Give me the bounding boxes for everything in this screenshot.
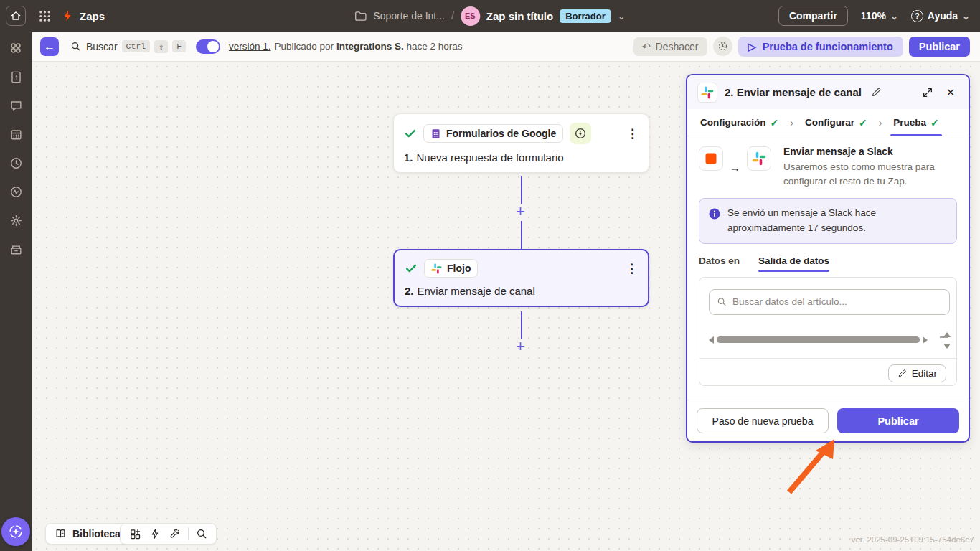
undo-button[interactable]: ↶ Deshacer	[633, 37, 707, 56]
grid-plus-icon	[129, 528, 141, 540]
avatar[interactable]: ES	[461, 6, 480, 26]
close-icon: ✕	[946, 86, 956, 99]
app-switcher-button[interactable]	[39, 10, 51, 22]
zap-title[interactable]: Zap sin título	[486, 10, 553, 22]
undo-label: Deshacer	[656, 41, 699, 52]
publish-button-toolbar[interactable]: Publicar	[909, 37, 970, 57]
library-button[interactable]: Biblioteca	[45, 523, 130, 545]
drawers-icon	[9, 242, 23, 256]
chevron-right-icon: ›	[879, 117, 882, 128]
sidebar-item-monitoring[interactable]	[8, 184, 24, 199]
zoom-level-control[interactable]: 110% ⌄	[861, 10, 898, 22]
tab-salida-de-datos[interactable]: Salida de datos	[758, 255, 829, 272]
app-name: Flojo	[447, 263, 471, 274]
published-text: Publicado por Integrations S. hace 2 hor…	[275, 41, 463, 52]
add-node-button[interactable]	[125, 524, 145, 544]
rename-step-button[interactable]	[869, 85, 885, 100]
breadcrumb-folder[interactable]: Soporte de Int...	[373, 10, 445, 22]
play-icon: ▷	[748, 41, 756, 52]
retest-step-button[interactable]: Paso de nueva prueba	[697, 408, 829, 433]
app-name: Formularios de Google	[446, 128, 556, 139]
scrollbar-thumb[interactable]	[717, 336, 920, 343]
chevron-down-icon: ⌄	[962, 11, 970, 22]
wrench-icon	[169, 528, 181, 540]
back-button[interactable]: ←	[40, 37, 59, 56]
vertical-scrollbar[interactable]	[943, 332, 951, 349]
data-search-input[interactable]	[732, 296, 942, 307]
tab-datos-en[interactable]: Datos en	[699, 255, 740, 272]
connector-line	[521, 221, 522, 249]
share-button[interactable]: Compartir	[778, 6, 848, 26]
pencil-icon	[897, 369, 907, 378]
edit-button[interactable]: Editar	[888, 364, 946, 382]
panel-header: 2. Enviar mensaje de canal ✕	[687, 75, 969, 109]
app-pill-slack[interactable]: Flojo	[424, 259, 478, 278]
version-toggle[interactable]	[196, 39, 220, 54]
home-button[interactable]	[6, 6, 26, 26]
timer-icon	[717, 41, 728, 52]
sidebar-item-zaps[interactable]	[8, 40, 24, 56]
sidebar-item-settings[interactable]	[8, 212, 24, 228]
search-icon	[70, 41, 81, 52]
canvas-search-button[interactable]	[192, 524, 212, 544]
slack-icon	[431, 263, 442, 274]
kebab-menu-icon[interactable]: ⋮	[626, 263, 638, 275]
help-menu[interactable]: ? Ayuda ⌄	[911, 10, 970, 22]
canvas-search[interactable]: Buscar	[70, 41, 118, 52]
publish-button-panel[interactable]: Publicar	[837, 408, 959, 433]
tab-prueba[interactable]: Prueba ✓	[890, 109, 942, 136]
version-link[interactable]: versión 1.	[229, 41, 271, 52]
tab-configuracion[interactable]: Configuración ✓	[697, 109, 781, 136]
panel-step-tabs: Configuración ✓ › Configurar ✓ › Prueba …	[687, 109, 969, 136]
table-icon	[9, 128, 23, 141]
connector-line	[521, 311, 522, 339]
published-ago: hace 2 horas	[406, 41, 462, 52]
step-card-1[interactable]: Formularios de Google ⋮ 1.Nueva respuest…	[393, 113, 649, 173]
step-card-2[interactable]: Flojo ⋮ 2.Enviar mensaje de canal	[393, 249, 649, 307]
scroll-up-icon[interactable]	[943, 332, 951, 337]
sidebar-item-history[interactable]	[8, 155, 24, 171]
lightning-bolt-icon	[61, 9, 74, 22]
scroll-right-icon[interactable]	[923, 336, 928, 344]
chevron-down-icon[interactable]: ⌄	[618, 11, 626, 22]
key-f: F	[172, 40, 186, 52]
check-icon: ✓	[859, 117, 867, 128]
test-run-button[interactable]: ▷ Prueba de funcionamiento	[738, 37, 903, 57]
chat-bubble-icon	[9, 99, 23, 113]
copilot-button[interactable]	[1, 517, 30, 546]
tab-configurar[interactable]: Configurar ✓	[802, 109, 870, 136]
zapier-app-icon-box	[699, 146, 723, 171]
zaps-logo[interactable]: Zaps	[61, 9, 105, 22]
connector-line	[521, 176, 522, 204]
instant-trigger-button[interactable]	[570, 123, 591, 144]
horizontal-scrollbar[interactable]	[709, 336, 928, 344]
search-label: Buscar	[86, 41, 118, 52]
expand-panel-button[interactable]	[920, 85, 936, 100]
key-ctrl: Ctrl	[122, 40, 151, 52]
instant-bolt-icon	[574, 127, 587, 140]
app-pill-google-forms[interactable]: Formularios de Google	[423, 124, 563, 143]
scroll-left-icon[interactable]	[709, 336, 714, 344]
step-title: 1.Nueva respuesta de formulario	[404, 151, 639, 164]
sidebar-item-interfaces[interactable]	[8, 98, 24, 113]
breadcrumb-separator: /	[451, 10, 454, 22]
kebab-menu-icon[interactable]: ⋮	[626, 128, 639, 140]
status-badge: Borrador	[560, 9, 611, 23]
add-step-button[interactable]: +	[516, 339, 525, 354]
trigger-tool-button[interactable]	[145, 524, 165, 544]
data-tabs: Datos en Salida de datos	[699, 255, 957, 273]
sidebar-item-storage[interactable]	[8, 241, 24, 257]
step-title: 2.Enviar mensaje de canal	[405, 285, 638, 297]
history-button[interactable]	[713, 37, 732, 56]
sidebar-item-tables[interactable]	[8, 126, 24, 142]
tab-label: Configurar	[805, 117, 854, 128]
add-step-button[interactable]: +	[516, 204, 525, 220]
close-panel-button[interactable]: ✕	[943, 85, 958, 100]
tools-button[interactable]	[165, 524, 185, 544]
search-icon	[196, 528, 207, 540]
scroll-down-icon[interactable]	[943, 344, 951, 349]
publisher-name: Integrations S.	[336, 41, 404, 52]
sidebar-item-templates[interactable]	[8, 69, 24, 85]
check-icon	[405, 262, 418, 275]
search-icon	[717, 296, 727, 307]
